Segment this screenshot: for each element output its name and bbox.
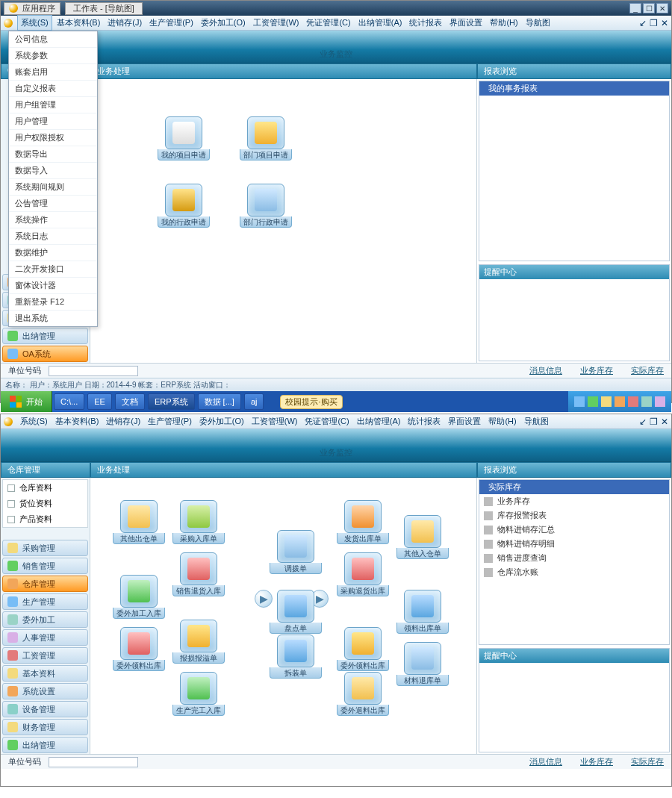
sidebar-item[interactable]: 财务管理 [2, 719, 88, 735]
menu-stats[interactable]: 统计报表 [406, 16, 445, 30]
report-item[interactable]: 销售进度查询 [479, 551, 669, 565]
window-maximize-button[interactable]: ☐ [643, 3, 655, 13]
sidebar-item[interactable]: 设备管理 [2, 701, 88, 717]
mdi-minimize-button[interactable]: ↙ [639, 18, 647, 28]
flow-tile[interactable]: 领料出库单 [396, 590, 449, 634]
tray-icon[interactable] [641, 396, 652, 407]
menu-ui[interactable]: 界面设置 [447, 16, 485, 30]
link-business-stock[interactable]: 业务库存 [580, 756, 613, 767]
dropdown-item[interactable]: 自定义报表 [9, 81, 97, 97]
sidebar-item[interactable]: 采购管理 [2, 540, 88, 556]
menu-nav[interactable]: 导航图 [523, 16, 553, 30]
mdi-minimize-button[interactable]: ↙ [639, 417, 647, 427]
sidebar-item[interactable]: 系统设置 [2, 683, 88, 699]
report-item[interactable]: 业务库存 [479, 494, 669, 508]
sidebar-item[interactable]: 销售管理 [2, 558, 88, 574]
sidebar-item[interactable]: 仓库管理 [2, 576, 88, 592]
sidebar-item[interactable]: 工资管理 [2, 647, 88, 664]
dropdown-item[interactable]: 系统日志 [9, 228, 97, 245]
link-message-info[interactable]: 消息信息 [529, 365, 562, 376]
flow-tile[interactable]: 采购退货出库 [337, 552, 389, 596]
report-item-selected[interactable]: 实际库存 [479, 480, 669, 494]
window-minimize-button[interactable]: _ [629, 3, 641, 13]
sidebar-item[interactable]: 人事管理 [2, 629, 88, 646]
list-item[interactable]: 产品资料 [3, 511, 87, 527]
menu-system[interactable]: 系统(S) [17, 15, 52, 31]
mdi-restore-button[interactable]: ❐ [650, 18, 658, 28]
dropdown-item[interactable]: 用户组管理 [9, 97, 97, 113]
report-item[interactable]: 物料进销存明细 [479, 537, 669, 551]
sidebar-item[interactable]: 基本资料 [2, 665, 88, 682]
dropdown-item[interactable]: 公告管理 [9, 196, 97, 212]
tray-icon[interactable] [615, 396, 625, 407]
flow-tile[interactable]: 发货出库单 [337, 500, 389, 544]
tray-icon[interactable] [655, 396, 665, 407]
menu-voucher[interactable]: 凭证管理(C) [302, 414, 352, 428]
menu-outsource[interactable]: 委外加工(O) [198, 16, 249, 30]
flow-tile[interactable]: 委外领料出库 [337, 627, 389, 671]
menu-basic[interactable]: 基本资料(B) [54, 16, 104, 30]
dropdown-item[interactable]: 用户权限授权 [9, 130, 97, 146]
flow-tile[interactable]: 调拨单 [270, 530, 322, 574]
flow-tile[interactable]: 材料退库单 [396, 642, 449, 686]
nav-tile-dept-admin-apply[interactable]: 部门行政申请 [240, 184, 292, 228]
order-no-input[interactable] [49, 757, 138, 767]
report-item[interactable]: 仓库流水账 [479, 565, 669, 579]
tray-icon[interactable] [588, 396, 598, 407]
link-message-info[interactable]: 消息信息 [529, 756, 562, 767]
dropdown-item[interactable]: 系统操作 [9, 212, 97, 228]
nav-tile-my-admin-apply[interactable]: 我的行政申请 [158, 184, 210, 228]
taskbar-item[interactable]: C:\... [54, 393, 84, 410]
menu-help[interactable]: 帮助(H) [487, 16, 520, 30]
nav-tile-my-project-apply[interactable]: 我的项目申请 [158, 116, 210, 160]
list-item[interactable]: 仓库资料 [3, 480, 87, 496]
dropdown-item[interactable]: 数据导出 [9, 146, 97, 163]
tray-icon[interactable] [601, 396, 612, 407]
mdi-close-button[interactable]: ✕ [661, 18, 668, 28]
link-real-stock[interactable]: 实际库存 [631, 365, 664, 376]
taskbar-item[interactable]: aj [244, 393, 264, 410]
menu-nav[interactable]: 导航图 [521, 414, 552, 428]
flow-tile[interactable]: 委外加工入库 [113, 575, 165, 619]
menu-jinxiaocun[interactable]: 进销存(J) [103, 414, 143, 428]
menu-system[interactable]: 系统(S) [17, 414, 51, 428]
menu-stats[interactable]: 统计报表 [405, 414, 444, 428]
menu-basic[interactable]: 基本资料(B) [52, 414, 102, 428]
flow-tile[interactable]: 销售退货入库 [172, 552, 225, 596]
taskbar-notification-bubble[interactable]: 校园提示·购买 [280, 395, 342, 409]
taskbar-item[interactable]: EE [87, 393, 112, 410]
order-no-input[interactable] [49, 366, 138, 376]
link-real-stock[interactable]: 实际库存 [631, 756, 664, 767]
dropdown-item[interactable]: 数据维护 [9, 245, 97, 261]
flow-tile[interactable]: 委外退料出库 [337, 672, 389, 716]
list-item[interactable]: 货位资料 [3, 496, 87, 511]
taskbar-item-active[interactable]: ERP系统 [148, 393, 195, 410]
sidebar-item[interactable]: 出纳管理 [2, 737, 88, 753]
link-business-stock[interactable]: 业务库存 [580, 365, 613, 376]
dropdown-item[interactable]: 退出系统 [9, 311, 97, 326]
menu-cashier[interactable]: 出纳管理(A) [354, 414, 404, 428]
flow-tile[interactable]: 委外领料出库 [113, 627, 165, 671]
nav-tile-dept-project-apply[interactable]: 部门项目申请 [240, 116, 292, 160]
dropdown-item[interactable]: 用户管理 [9, 113, 97, 130]
flow-tile[interactable]: 报损报溢单 [172, 620, 225, 664]
menu-salary[interactable]: 工资管理(W) [249, 414, 301, 428]
report-item[interactable]: 库存报警报表 [479, 508, 669, 523]
menu-help[interactable]: 帮助(H) [485, 414, 519, 428]
dropdown-item[interactable]: 公司信息 [9, 31, 97, 48]
menu-jinxiaocun[interactable]: 进销存(J) [105, 16, 145, 30]
dropdown-item[interactable]: 二次开发接口 [9, 261, 97, 278]
start-button[interactable]: 开始 [1, 391, 52, 412]
flow-tile[interactable]: 其他入仓单 [396, 515, 449, 559]
flow-tile[interactable]: 采购入库单 [172, 500, 225, 544]
mdi-close-button[interactable]: ✕ [661, 417, 668, 427]
flow-tile[interactable]: 其他出仓单 [113, 500, 165, 544]
flow-tile[interactable]: 生产完工入库 [172, 672, 225, 716]
dropdown-item[interactable]: 数据导入 [9, 163, 97, 179]
menu-cashier[interactable]: 出纳管理(A) [355, 16, 405, 30]
window-close-button[interactable]: ✕ [656, 3, 668, 13]
dropdown-item[interactable]: 重新登录 F12 [9, 294, 97, 311]
menu-production[interactable]: 生产管理(P) [146, 16, 196, 30]
mdi-restore-button[interactable]: ❐ [650, 417, 658, 427]
flow-tile[interactable]: 盘点单 [270, 590, 322, 634]
